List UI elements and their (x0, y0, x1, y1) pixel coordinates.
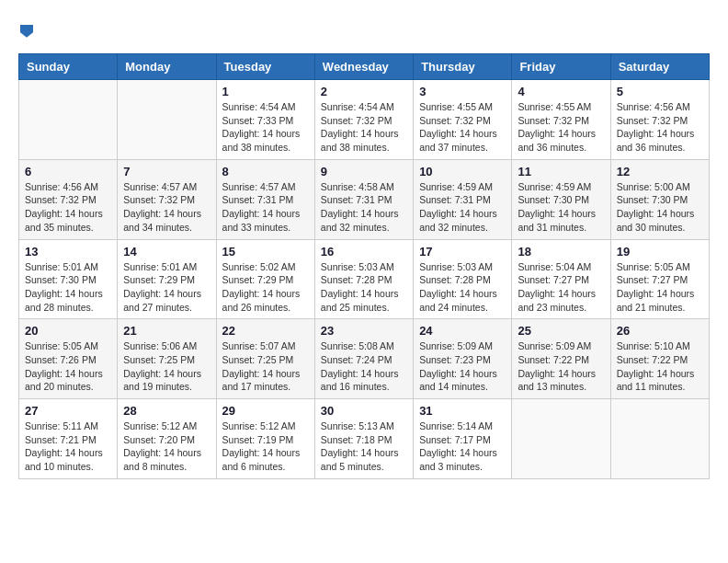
calendar-header-friday: Friday (512, 54, 610, 80)
calendar-cell: 15Sunrise: 5:02 AM Sunset: 7:29 PM Dayli… (216, 239, 314, 319)
calendar-cell: 8Sunrise: 4:57 AM Sunset: 7:31 PM Daylig… (216, 159, 314, 239)
day-number: 8 (222, 165, 309, 178)
logo-text (18, 18, 33, 39)
day-info: Sunrise: 5:07 AM Sunset: 7:25 PM Dayligh… (222, 339, 309, 394)
day-info: Sunrise: 5:12 AM Sunset: 7:20 PM Dayligh… (123, 419, 210, 474)
calendar-cell (610, 399, 709, 479)
calendar-week-2: 6Sunrise: 4:56 AM Sunset: 7:32 PM Daylig… (19, 159, 710, 239)
day-number: 22 (222, 324, 309, 338)
calendar-header-thursday: Thursday (414, 54, 512, 80)
day-info: Sunrise: 4:56 AM Sunset: 7:32 PM Dayligh… (25, 180, 111, 235)
day-number: 28 (123, 404, 210, 418)
day-number: 27 (25, 404, 111, 418)
calendar-week-3: 13Sunrise: 5:01 AM Sunset: 7:30 PM Dayli… (19, 239, 710, 319)
calendar-cell: 7Sunrise: 4:57 AM Sunset: 7:32 PM Daylig… (118, 159, 216, 239)
day-info: Sunrise: 5:01 AM Sunset: 7:30 PM Dayligh… (25, 260, 111, 315)
day-info: Sunrise: 5:01 AM Sunset: 7:29 PM Dayligh… (123, 260, 210, 315)
day-info: Sunrise: 5:13 AM Sunset: 7:18 PM Dayligh… (321, 419, 407, 474)
day-info: Sunrise: 5:04 AM Sunset: 7:27 PM Dayligh… (518, 260, 604, 315)
day-number: 17 (419, 245, 506, 259)
calendar-header-monday: Monday (118, 54, 216, 80)
calendar-cell: 25Sunrise: 5:09 AM Sunset: 7:22 PM Dayli… (512, 319, 610, 399)
day-number: 25 (518, 324, 604, 338)
day-number: 12 (617, 165, 703, 178)
day-info: Sunrise: 5:02 AM Sunset: 7:29 PM Dayligh… (222, 260, 309, 315)
calendar-cell: 14Sunrise: 5:01 AM Sunset: 7:29 PM Dayli… (118, 239, 216, 319)
calendar-cell: 27Sunrise: 5:11 AM Sunset: 7:21 PM Dayli… (19, 399, 118, 479)
day-info: Sunrise: 5:09 AM Sunset: 7:23 PM Dayligh… (419, 339, 506, 394)
calendar-cell: 28Sunrise: 5:12 AM Sunset: 7:20 PM Dayli… (118, 399, 216, 479)
day-info: Sunrise: 4:59 AM Sunset: 7:31 PM Dayligh… (419, 180, 506, 235)
calendar-cell: 20Sunrise: 5:05 AM Sunset: 7:26 PM Dayli… (19, 319, 118, 399)
day-info: Sunrise: 5:12 AM Sunset: 7:19 PM Dayligh… (222, 419, 309, 474)
day-number: 18 (518, 245, 604, 259)
day-info: Sunrise: 5:06 AM Sunset: 7:25 PM Dayligh… (123, 339, 210, 394)
calendar-header-saturday: Saturday (610, 54, 709, 80)
calendar-table: SundayMondayTuesdayWednesdayThursdayFrid… (18, 53, 710, 479)
day-number: 4 (518, 85, 604, 98)
calendar-cell (118, 80, 216, 160)
calendar-cell (512, 399, 610, 479)
calendar-header-tuesday: Tuesday (216, 54, 314, 80)
calendar-cell: 12Sunrise: 5:00 AM Sunset: 7:30 PM Dayli… (610, 159, 709, 239)
day-number: 1 (222, 85, 309, 98)
calendar-cell: 6Sunrise: 4:56 AM Sunset: 7:32 PM Daylig… (19, 159, 118, 239)
calendar-cell: 5Sunrise: 4:56 AM Sunset: 7:32 PM Daylig… (610, 80, 709, 160)
calendar-week-1: 1Sunrise: 4:54 AM Sunset: 7:33 PM Daylig… (19, 80, 710, 160)
calendar-cell: 23Sunrise: 5:08 AM Sunset: 7:24 PM Dayli… (314, 319, 413, 399)
day-number: 19 (617, 245, 703, 259)
calendar-week-4: 20Sunrise: 5:05 AM Sunset: 7:26 PM Dayli… (19, 319, 710, 399)
calendar-cell: 16Sunrise: 5:03 AM Sunset: 7:28 PM Dayli… (314, 239, 413, 319)
calendar-cell: 22Sunrise: 5:07 AM Sunset: 7:25 PM Dayli… (216, 319, 314, 399)
day-number: 13 (25, 245, 111, 259)
calendar-cell: 31Sunrise: 5:14 AM Sunset: 7:17 PM Dayli… (414, 399, 512, 479)
day-info: Sunrise: 4:55 AM Sunset: 7:32 PM Dayligh… (518, 100, 604, 155)
day-info: Sunrise: 4:57 AM Sunset: 7:31 PM Dayligh… (222, 180, 309, 235)
day-info: Sunrise: 4:57 AM Sunset: 7:32 PM Dayligh… (123, 180, 210, 235)
calendar-cell: 1Sunrise: 4:54 AM Sunset: 7:33 PM Daylig… (216, 80, 314, 160)
day-number: 6 (25, 165, 111, 178)
calendar-cell: 29Sunrise: 5:12 AM Sunset: 7:19 PM Dayli… (216, 399, 314, 479)
day-info: Sunrise: 5:11 AM Sunset: 7:21 PM Dayligh… (25, 419, 111, 474)
calendar-header-wednesday: Wednesday (314, 54, 413, 80)
day-info: Sunrise: 5:00 AM Sunset: 7:30 PM Dayligh… (617, 180, 703, 235)
day-number: 11 (518, 165, 604, 178)
day-number: 31 (419, 404, 506, 418)
logo (18, 18, 33, 39)
day-number: 29 (222, 404, 309, 418)
day-number: 5 (617, 85, 703, 98)
calendar-cell: 17Sunrise: 5:03 AM Sunset: 7:28 PM Dayli… (414, 239, 512, 319)
day-number: 21 (123, 324, 210, 338)
calendar-week-5: 27Sunrise: 5:11 AM Sunset: 7:21 PM Dayli… (19, 399, 710, 479)
calendar-cell: 10Sunrise: 4:59 AM Sunset: 7:31 PM Dayli… (414, 159, 512, 239)
day-number: 20 (25, 324, 111, 338)
day-number: 23 (321, 324, 407, 338)
calendar-cell: 26Sunrise: 5:10 AM Sunset: 7:22 PM Dayli… (610, 319, 709, 399)
day-info: Sunrise: 4:59 AM Sunset: 7:30 PM Dayligh… (518, 180, 604, 235)
calendar-cell: 9Sunrise: 4:58 AM Sunset: 7:31 PM Daylig… (314, 159, 413, 239)
day-info: Sunrise: 5:03 AM Sunset: 7:28 PM Dayligh… (419, 260, 506, 315)
page-header (18, 18, 710, 39)
day-info: Sunrise: 4:54 AM Sunset: 7:32 PM Dayligh… (321, 100, 407, 155)
calendar-cell: 3Sunrise: 4:55 AM Sunset: 7:32 PM Daylig… (414, 80, 512, 160)
day-info: Sunrise: 4:58 AM Sunset: 7:31 PM Dayligh… (321, 180, 407, 235)
day-info: Sunrise: 4:56 AM Sunset: 7:32 PM Dayligh… (617, 100, 703, 155)
day-number: 14 (123, 245, 210, 259)
day-info: Sunrise: 5:03 AM Sunset: 7:28 PM Dayligh… (321, 260, 407, 315)
calendar-cell: 19Sunrise: 5:05 AM Sunset: 7:27 PM Dayli… (610, 239, 709, 319)
day-number: 3 (419, 85, 506, 98)
day-number: 7 (123, 165, 210, 178)
day-number: 9 (321, 165, 407, 178)
day-number: 16 (321, 245, 407, 259)
calendar-cell (19, 80, 118, 160)
calendar-cell: 18Sunrise: 5:04 AM Sunset: 7:27 PM Dayli… (512, 239, 610, 319)
day-number: 2 (321, 85, 407, 98)
calendar-cell: 24Sunrise: 5:09 AM Sunset: 7:23 PM Dayli… (414, 319, 512, 399)
day-info: Sunrise: 5:09 AM Sunset: 7:22 PM Dayligh… (518, 339, 604, 394)
day-info: Sunrise: 5:10 AM Sunset: 7:22 PM Dayligh… (617, 339, 703, 394)
calendar-cell: 30Sunrise: 5:13 AM Sunset: 7:18 PM Dayli… (314, 399, 413, 479)
logo-icon (20, 25, 33, 38)
day-number: 26 (617, 324, 703, 338)
day-info: Sunrise: 4:54 AM Sunset: 7:33 PM Dayligh… (222, 100, 309, 155)
day-info: Sunrise: 5:08 AM Sunset: 7:24 PM Dayligh… (321, 339, 407, 394)
